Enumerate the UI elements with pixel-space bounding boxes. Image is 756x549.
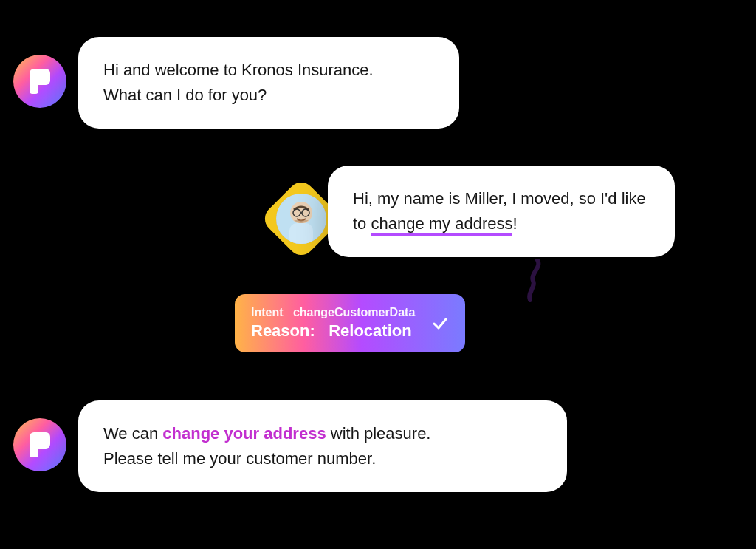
bot-message-1: Hi and welcome to Kronos Insurance. What… <box>78 37 459 129</box>
user-message: Hi, my name is Miller, I moved, so I'd l… <box>328 166 675 257</box>
bot-logo-glyph <box>30 69 50 94</box>
bot-message-2-prefix: We can <box>103 424 162 443</box>
user-message-suffix: ! <box>512 214 517 233</box>
svg-rect-2 <box>289 223 313 244</box>
bot-message-2: We can change your address with pleasure… <box>78 400 567 492</box>
intent-reason-value: Relocation <box>329 321 411 340</box>
intent-reason-label: Reason: <box>251 321 315 340</box>
intent-label: Intent <box>251 306 284 318</box>
bot-avatar-icon <box>13 55 66 108</box>
connector-line <box>517 259 546 303</box>
intent-line1: Intent changeCustomerData <box>251 306 415 319</box>
bot-message-2-line1: We can change your address with pleasure… <box>103 421 542 446</box>
bot-logo-glyph <box>30 432 50 457</box>
check-icon <box>431 315 449 333</box>
intent-line2: Reason: Relocation <box>251 321 415 341</box>
user-avatar-icon <box>266 183 337 254</box>
bot-message-2-line2: Please tell me your customer number. <box>103 446 542 471</box>
user-photo <box>276 194 326 244</box>
bot-avatar-icon <box>13 418 66 471</box>
user-message-highlight: change my address <box>371 214 512 236</box>
intent-name: changeCustomerData <box>293 306 415 318</box>
intent-badge: Intent changeCustomerData Reason: Reloca… <box>235 294 465 352</box>
bot-message-1-line1: Hi and welcome to Kronos Insurance. <box>103 58 434 83</box>
bot-message-1-line2: What can I do for you? <box>103 83 434 108</box>
bot-message-2-highlight: change your address <box>162 424 326 443</box>
bot-message-2-mid: with pleasure. <box>326 424 431 443</box>
